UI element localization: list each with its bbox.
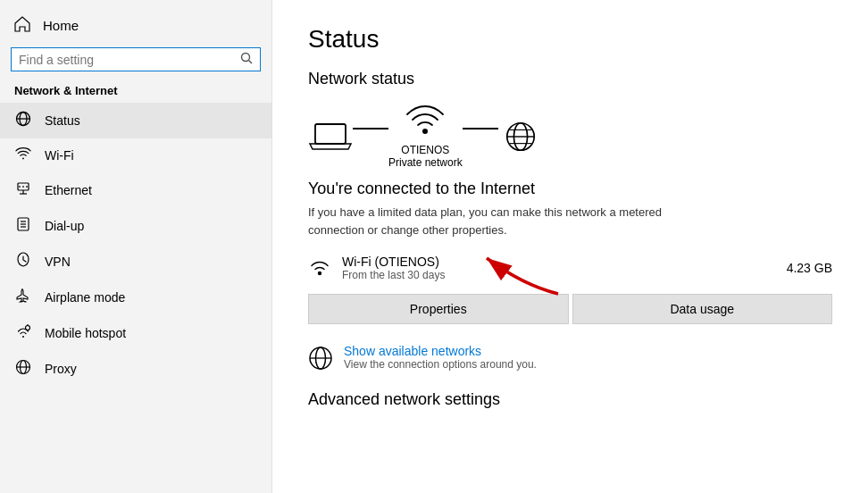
- sidebar-section-title: Network & Internet: [0, 79, 271, 103]
- home-label: Home: [43, 18, 79, 33]
- wifi-signal-container: OTIENOS Private network: [388, 104, 463, 169]
- show-networks-text: Show available networks View the connect…: [344, 344, 537, 371]
- svg-point-27: [318, 271, 321, 274]
- net-line-2: [463, 128, 498, 130]
- wifi-usage: 4.23 GB: [787, 261, 832, 275]
- sidebar-item-label-hotspot: Mobile hotspot: [45, 326, 126, 340]
- sidebar-item-dialup[interactable]: Dial-up: [0, 208, 271, 244]
- btn-row: Properties Data usage: [308, 294, 832, 324]
- wifi-row-left: Wi-Fi (OTIENOS) From the last 30 days: [308, 255, 445, 281]
- svg-rect-20: [315, 124, 346, 144]
- show-networks[interactable]: Show available networks View the connect…: [308, 344, 832, 371]
- properties-button[interactable]: Properties: [308, 294, 569, 324]
- connected-sub: If you have a limited data plan, you can…: [308, 204, 665, 238]
- laptop-icon: [308, 119, 353, 155]
- sidebar-home-button[interactable]: Home: [0, 9, 271, 42]
- wifi-icon: [14, 146, 32, 164]
- show-networks-sub: View the connection options around you.: [344, 358, 537, 371]
- network-name-label: OTIENOS Private network: [388, 144, 463, 169]
- network-diagram: OTIENOS Private network: [308, 104, 832, 169]
- wifi-signal-icon: [403, 104, 447, 140]
- sidebar-item-proxy[interactable]: Proxy: [0, 351, 271, 387]
- sidebar-item-label-wifi: Wi-Fi: [45, 148, 74, 163]
- svg-point-15: [26, 326, 30, 330]
- ethernet-icon: [14, 180, 32, 200]
- globe-icon-container: [498, 119, 543, 155]
- connected-heading: You're connected to the Internet: [308, 180, 832, 198]
- sidebar-item-airplane[interactable]: Airplane mode: [0, 280, 271, 315]
- show-networks-icon: [308, 346, 333, 371]
- search-input[interactable]: [19, 53, 240, 67]
- airplane-icon: [14, 288, 32, 307]
- dialup-icon: [14, 216, 32, 236]
- net-line-1: [353, 128, 388, 130]
- sidebar: Home Network & Internet Status: [0, 0, 272, 493]
- page-title: Status: [308, 25, 832, 54]
- wifi-row: Wi-Fi (OTIENOS) From the last 30 days 4.…: [308, 255, 832, 281]
- data-usage-button[interactable]: Data usage: [572, 294, 833, 324]
- sidebar-item-hotspot[interactable]: Mobile hotspot: [0, 315, 271, 351]
- laptop-icon-container: [308, 119, 353, 155]
- wifi-period: From the last 30 days: [342, 269, 445, 281]
- svg-point-0: [242, 54, 250, 62]
- button-area: Properties Data usage: [308, 294, 832, 324]
- show-networks-title: Show available networks: [344, 344, 537, 358]
- sidebar-item-ethernet[interactable]: Ethernet: [0, 172, 271, 208]
- vpn-icon: [14, 252, 32, 272]
- sidebar-item-label-proxy: Proxy: [45, 362, 77, 376]
- sidebar-item-wifi[interactable]: Wi-Fi: [0, 138, 271, 172]
- home-icon: [14, 16, 30, 35]
- status-icon: [14, 111, 32, 130]
- wifi-row-icon: [308, 257, 331, 280]
- svg-line-1: [249, 61, 253, 64]
- globe-icon: [498, 119, 543, 155]
- wifi-name: Wi-Fi (OTIENOS): [342, 255, 445, 269]
- sidebar-item-vpn[interactable]: VPN: [0, 244, 271, 280]
- search-icon: [240, 52, 253, 67]
- sidebar-item-label-status: Status: [45, 113, 80, 128]
- wifi-row-info: Wi-Fi (OTIENOS) From the last 30 days: [342, 255, 445, 281]
- advanced-title: Advanced network settings: [308, 390, 832, 409]
- proxy-icon: [14, 359, 32, 379]
- sidebar-item-label-airplane: Airplane mode: [45, 290, 125, 305]
- main-content: Status Network status OTIENOS Private ne…: [272, 0, 868, 493]
- search-box[interactable]: [11, 47, 261, 71]
- sidebar-item-label-dialup: Dial-up: [45, 219, 84, 233]
- sidebar-item-status[interactable]: Status: [0, 103, 271, 138]
- svg-point-21: [422, 129, 428, 134]
- network-status-label: Network status: [308, 70, 832, 88]
- sidebar-item-label-ethernet: Ethernet: [45, 183, 92, 197]
- hotspot-icon: [14, 323, 32, 343]
- sidebar-item-label-vpn: VPN: [45, 255, 71, 269]
